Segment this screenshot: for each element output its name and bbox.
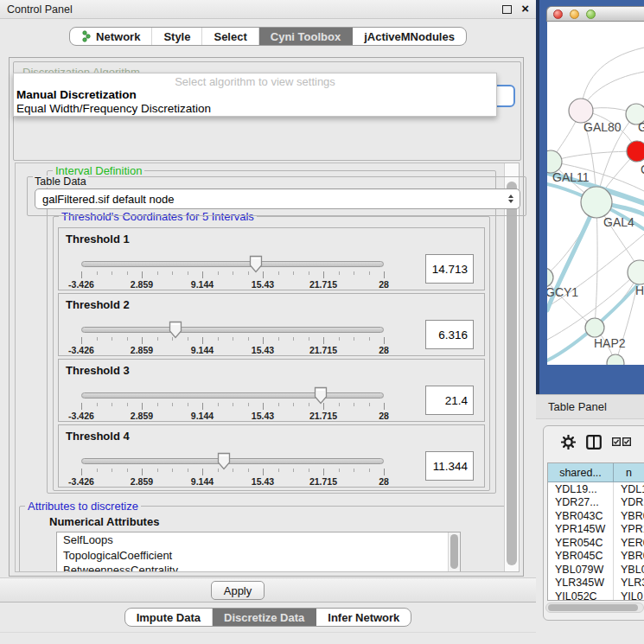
threshold-value-field[interactable]: 6.316	[425, 320, 474, 349]
threshold-value-field[interactable]: 14.713	[425, 254, 474, 284]
tick-mark	[142, 337, 143, 344]
network-canvas[interactable]: GAL80GCGAL11GAL4HGCY1HAP2	[547, 22, 644, 365]
network-node[interactable]	[607, 354, 624, 365]
tab-label: Network	[96, 30, 140, 43]
slider-tick-labels: -3.4262.8599.14415.4321.71528	[81, 476, 384, 487]
table-row[interactable]: YBL079WYBL0	[548, 563, 644, 577]
network-node[interactable]	[585, 318, 604, 337]
tick-mark	[233, 337, 233, 341]
network-node[interactable]	[581, 187, 612, 218]
table-row[interactable]: YER054CYER0	[548, 536, 644, 550]
table-horizontal-scrollbar[interactable]	[545, 603, 644, 613]
tick-mark	[369, 271, 370, 275]
column-header-name[interactable]: n	[614, 463, 644, 481]
tab-cyni-toolbox[interactable]: Cyni Toolbox	[259, 28, 353, 45]
attribute-list-item[interactable]: BetweennessCentrality	[57, 563, 460, 572]
table-row[interactable]: YPR145WYPR1	[548, 523, 644, 537]
tick-mark	[127, 271, 128, 275]
tick-mark	[81, 403, 82, 410]
minimize-traffic-light-icon[interactable]	[570, 10, 579, 19]
tick-mark	[384, 403, 385, 410]
slider-ticks	[81, 403, 384, 411]
slider-track[interactable]	[81, 327, 384, 333]
tick-mark	[188, 271, 188, 275]
tick-label: 2.859	[131, 345, 153, 355]
tick-mark	[172, 337, 173, 341]
table-row[interactable]: YBR043CYBR0	[548, 509, 644, 523]
algorithm-option[interactable]: Manual Discretization	[14, 88, 496, 102]
tick-mark	[97, 271, 98, 275]
attributes-scrollbar[interactable]	[448, 532, 460, 572]
node-label: GAL80	[583, 120, 622, 134]
tick-mark	[218, 271, 219, 275]
table-row[interactable]: YDR27...YDR2	[548, 496, 644, 510]
tick-mark	[188, 469, 188, 472]
tab-style[interactable]: Style	[152, 28, 202, 45]
tick-label: 9.144	[191, 279, 214, 290]
tick-mark	[157, 469, 158, 472]
numerical-attributes-label: Numerical Attributes	[49, 515, 159, 528]
top-tab-bar: NetworkStyleSelectCyni ToolboxjActiveMNo…	[0, 27, 536, 46]
tick-mark	[172, 271, 173, 275]
table-row[interactable]: YIL052CYIL0	[548, 590, 644, 601]
tick-mark	[81, 337, 82, 344]
network-node[interactable]	[547, 268, 553, 287]
slider-handle[interactable]	[249, 255, 263, 273]
close-traffic-light-icon[interactable]	[553, 10, 563, 19]
node-label: G	[638, 120, 644, 134]
tick-mark	[263, 469, 264, 475]
threshold-panel: Threshold 4-3.4262.8599.14415.4321.71528…	[58, 424, 485, 488]
gear-icon[interactable]	[561, 435, 576, 450]
threshold-label: Threshold 3	[66, 364, 130, 377]
attribute-list-item[interactable]: TopologicalCoefficient	[57, 548, 460, 564]
algorithm-option[interactable]: Equal Width/Frequency Discretization	[14, 102, 496, 116]
slider-track[interactable]	[81, 261, 384, 267]
slider-handle[interactable]	[169, 321, 182, 339]
panel-scrollbar[interactable]	[504, 163, 519, 571]
zoom-traffic-light-icon[interactable]	[586, 10, 596, 19]
tick-mark	[339, 403, 340, 406]
tab-discretize-data[interactable]: Discretize Data	[213, 609, 316, 626]
slider-handle[interactable]	[217, 452, 231, 470]
network-node[interactable]	[628, 260, 644, 284]
column-header-shared-name[interactable]: shared...	[548, 463, 614, 481]
split-panel-icon[interactable]	[586, 435, 602, 450]
threshold-value-field[interactable]: 11.344	[425, 451, 474, 481]
node-table[interactable]: shared... n YDL19...YDL1YDR27...YDR2YBR0…	[547, 462, 644, 601]
cell-name: YPR1	[614, 523, 644, 537]
tab-network[interactable]: Network	[70, 28, 152, 45]
apply-button[interactable]: Apply	[211, 581, 265, 600]
node-label: GCY1	[547, 285, 578, 299]
attribute-list-item[interactable]: SelfLoops	[57, 532, 460, 548]
slider-handle[interactable]	[314, 386, 328, 405]
node-label: GAL4	[603, 215, 634, 229]
tick-mark	[369, 403, 370, 406]
table-data-combo[interactable]: galFiltered.sif default node	[35, 188, 520, 209]
float-window-icon[interactable]	[502, 5, 512, 14]
network-node[interactable]	[569, 99, 593, 123]
tick-label: 9.144	[191, 345, 214, 355]
tick-label: 28	[379, 345, 389, 355]
table-row[interactable]: YDL19...YDL1	[548, 482, 644, 496]
tab-infer-network[interactable]: Infer Network	[316, 609, 411, 626]
tick-mark	[369, 337, 370, 341]
tick-label: -3.426	[68, 345, 94, 355]
threshold-value-field[interactable]: 21.4	[425, 386, 474, 415]
numerical-attributes-list[interactable]: SelfLoopsTopologicalCoefficientBetweenne…	[56, 532, 461, 572]
network-node[interactable]	[627, 141, 644, 162]
select-columns-icon[interactable]	[612, 437, 631, 446]
tick-mark	[97, 337, 98, 341]
slider-track[interactable]	[81, 392, 384, 399]
table-row[interactable]: YBR045CYBR0	[548, 550, 644, 564]
tick-label: -3.426	[68, 476, 94, 487]
tab-impute-data[interactable]: Impute Data	[125, 609, 213, 626]
close-icon[interactable]: ×	[521, 1, 529, 16]
tick-label: 21.715	[309, 411, 337, 421]
tab-jactivemnodules[interactable]: jActiveMNodules	[353, 28, 466, 45]
algorithm-placeholder-option[interactable]: Select algorithm to view settings	[14, 73, 496, 88]
tab-select[interactable]: Select	[202, 28, 258, 45]
slider-track[interactable]	[81, 458, 384, 464]
tick-mark	[323, 469, 324, 475]
table-row[interactable]: YLR345WYLR3	[548, 577, 644, 590]
tick-mark	[293, 337, 294, 341]
